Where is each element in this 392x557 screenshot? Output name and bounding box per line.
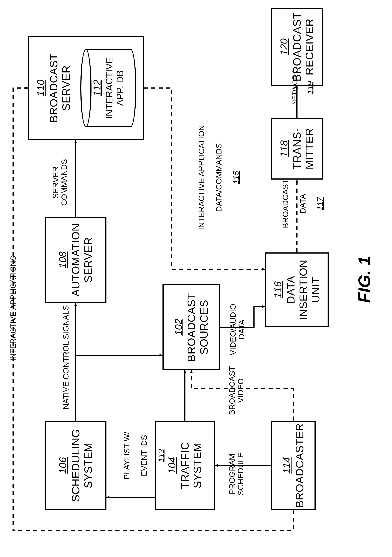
edge-video-audio-data bbox=[220, 307, 265, 327]
edge-broadcast-video bbox=[192, 370, 293, 421]
page-canvas: 106 SCHEDULING SYSTEM 104 TRAFFIC SYSTEM… bbox=[0, 165, 392, 557]
db-body: 112 INTERACTIVE APP. DB bbox=[86, 49, 131, 127]
db-top-ellipse bbox=[80, 49, 91, 127]
label-db-1: INTERACTIVE bbox=[104, 57, 115, 119]
ref-112: 112 bbox=[91, 80, 103, 96]
label-db-2: APP. DB bbox=[115, 70, 126, 106]
edge-interactive-app-data bbox=[144, 88, 265, 269]
diagram-stage: 106 SCHEDULING SYSTEM 104 TRAFFIC SYSTEM… bbox=[0, 0, 392, 557]
connections-svg bbox=[0, 0, 392, 557]
db-interactive-app: 112 INTERACTIVE APP. DB bbox=[80, 49, 136, 127]
edge-interactive-applications bbox=[13, 88, 293, 531]
